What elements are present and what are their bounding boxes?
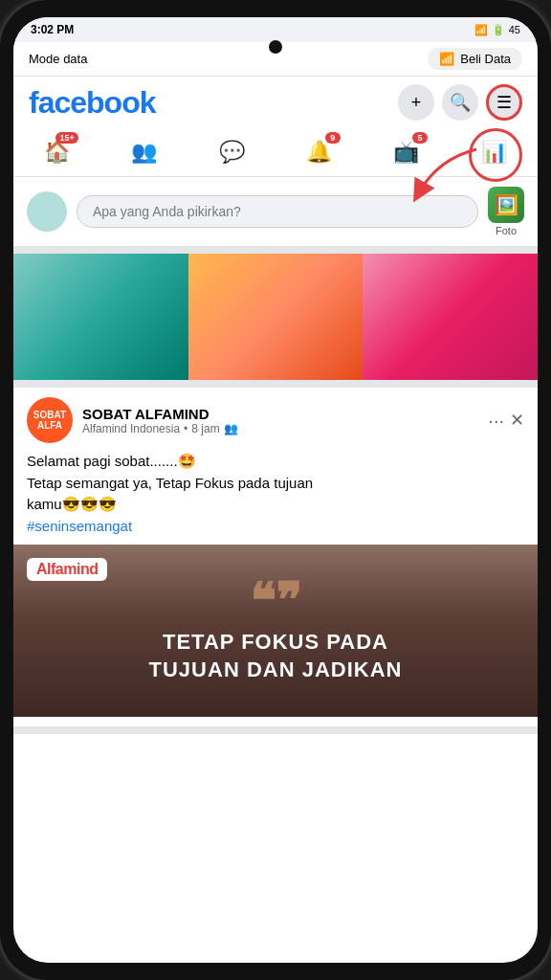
- menu-icon: ☰: [496, 92, 512, 113]
- post-hashtag[interactable]: #seninsemangat: [27, 516, 524, 538]
- post-more-button[interactable]: ···: [488, 410, 504, 432]
- nav-menu[interactable]: 📊: [471, 134, 517, 170]
- home-badge: 15+: [55, 132, 77, 144]
- post-input[interactable]: Apa yang Anda pikirkan?: [77, 195, 478, 228]
- foto-button[interactable]: 🖼️ Foto: [488, 187, 524, 236]
- quote-text-line2: TUJUAN DAN JADIKAN: [149, 657, 403, 681]
- post-line1: Selamat pagi sobat.......🤩: [27, 451, 524, 473]
- post-meta: SOBAT ALFAMIND Alfamind Indonesia • 8 ja…: [82, 406, 478, 435]
- post-avatar-label: SOBATALFA: [33, 410, 66, 431]
- story-2[interactable]: [188, 254, 364, 380]
- notifications-badge: 9: [325, 132, 341, 144]
- user-avatar: [27, 191, 67, 232]
- alfamind-logo-bar: Alfamind: [27, 558, 107, 581]
- phone-screen: 3:02 PM 📶 🔋 45 Mode data 📶 Beli Data fac…: [13, 17, 538, 963]
- nav-friends[interactable]: 👥: [121, 134, 167, 170]
- nav-watch[interactable]: 📺 5: [384, 134, 430, 170]
- post-line2: Tetap semangat ya, Tetap Fokus pada tuju…: [27, 473, 524, 495]
- post-input-row: Apa yang Anda pikirkan? 🖼️ Foto: [13, 177, 538, 254]
- post-avatar: SOBATALFA: [27, 397, 73, 443]
- camera-notch: [269, 40, 282, 54]
- alfamind-logo-text: Alfamind: [36, 561, 98, 578]
- signal-icon: 📶: [474, 24, 488, 36]
- post-dot: •: [184, 422, 187, 435]
- menu-button[interactable]: ☰: [486, 84, 522, 121]
- friends-icon: 👥: [131, 140, 157, 165]
- nav-messenger[interactable]: 💬: [209, 134, 254, 170]
- story-3[interactable]: [363, 254, 538, 380]
- nav-icons-row: 🏠 15+ 👥 💬 🔔 9 📺 5 📊: [13, 128, 538, 177]
- watch-badge: 5: [412, 132, 428, 144]
- status-time: 3:02 PM: [31, 23, 74, 36]
- post-sub: Alfamind Indonesia • 8 jam 👥: [82, 422, 478, 435]
- facebook-header: facebook + 🔍 ☰: [13, 77, 538, 128]
- mode-label: Mode data: [29, 52, 87, 66]
- messenger-icon: 💬: [219, 140, 245, 165]
- post-page: Alfamind Indonesia: [82, 422, 180, 435]
- search-button[interactable]: 🔍: [442, 84, 478, 121]
- quote-line1: TETAP FOKUS PADA TUJUAN DAN JADIKAN: [130, 629, 422, 683]
- nav-notifications[interactable]: 🔔 9: [297, 134, 342, 170]
- battery-icon: 🔋: [492, 24, 505, 36]
- quote-mark: ❝❞: [250, 577, 301, 625]
- facebook-logo: facebook: [29, 85, 155, 121]
- post-close-button[interactable]: ✕: [510, 410, 524, 431]
- header-icons: + 🔍 ☰: [398, 84, 522, 121]
- status-bar: 3:02 PM 📶 🔋 45: [13, 17, 538, 42]
- stories-row: [13, 254, 538, 388]
- post-card: SOBATALFA SOBAT ALFAMIND Alfamind Indone…: [13, 388, 538, 734]
- beli-data-label: Beli Data: [460, 52, 511, 66]
- search-icon: 🔍: [450, 92, 471, 113]
- phone-frame: 3:02 PM 📶 🔋 45 Mode data 📶 Beli Data fac…: [0, 0, 551, 980]
- foto-label: Foto: [496, 225, 517, 236]
- post-line3: kamu😎😎😎: [27, 494, 524, 516]
- grid-icon: 📊: [481, 140, 507, 165]
- nav-home[interactable]: 🏠 15+: [34, 134, 80, 170]
- story-1[interactable]: [13, 254, 188, 380]
- post-image-card: Alfamind ❝❞ TETAP FOKUS PADA TUJUAN DAN …: [13, 545, 538, 717]
- post-content: Selamat pagi sobat.......🤩 Tetap semanga…: [13, 451, 538, 537]
- wifi-icon: 📶: [439, 52, 454, 66]
- watch-icon: 📺: [393, 140, 419, 165]
- alfamind-image: Alfamind ❝❞ TETAP FOKUS PADA TUJUAN DAN …: [13, 545, 538, 717]
- post-author: SOBAT ALFAMIND: [82, 406, 478, 422]
- battery-level: 45: [509, 24, 520, 35]
- add-button[interactable]: +: [398, 84, 434, 121]
- post-header: SOBATALFA SOBAT ALFAMIND Alfamind Indone…: [13, 397, 538, 443]
- post-actions: ··· ✕: [488, 410, 524, 432]
- status-right: 📶 🔋 45: [474, 24, 520, 36]
- quote-text-line1: TETAP FOKUS PADA: [163, 630, 388, 654]
- add-icon: +: [411, 93, 422, 113]
- post-audience-icon: 👥: [224, 422, 238, 435]
- foto-icon: 🖼️: [488, 187, 524, 223]
- post-time: 8 jam: [191, 422, 219, 435]
- bell-icon: 🔔: [306, 140, 332, 165]
- beli-data-button[interactable]: 📶 Beli Data: [428, 48, 522, 70]
